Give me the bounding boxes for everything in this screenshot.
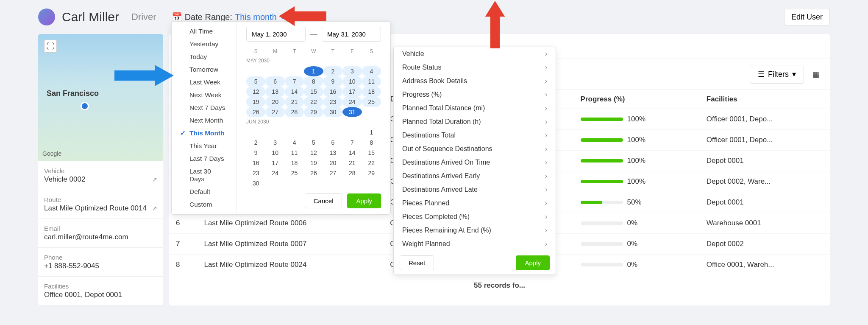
cal-day[interactable]: 12 (304, 148, 323, 158)
date-from-input[interactable] (246, 27, 306, 42)
filter-weight-planned[interactable]: Weight Planned› (394, 237, 556, 251)
cal-day[interactable]: 1 (304, 66, 323, 76)
filter-route-status[interactable]: Route Status› (394, 61, 556, 74)
filter-pieces-remaining-at-end-[interactable]: Pieces Remaining At End (%)› (394, 224, 556, 237)
preset-default[interactable]: Default (172, 185, 236, 198)
preset-last-week[interactable]: Last Week (172, 76, 236, 89)
cal-day[interactable]: 2 (323, 66, 342, 76)
cal-day[interactable]: 31 (342, 107, 362, 117)
date-range-dropdown[interactable]: 📅 Date Range: This month ▼ (172, 12, 285, 22)
cal-day[interactable]: 22 (304, 97, 323, 107)
filter-planned-total-distance-mi-[interactable]: Planned Total Distance (mi)› (394, 101, 556, 115)
external-link-icon[interactable]: ↗ (152, 176, 157, 183)
cal-day[interactable]: 6 (323, 137, 342, 148)
cal-day[interactable]: 28 (342, 168, 362, 178)
cal-day[interactable]: 16 (246, 158, 265, 168)
cal-day[interactable]: 29 (304, 107, 323, 117)
cal-day[interactable]: 6 (265, 76, 284, 87)
cal-day[interactable]: 25 (362, 97, 381, 107)
cal-day[interactable]: 14 (342, 148, 362, 158)
cal-day[interactable]: 15 (362, 148, 381, 158)
cal-day[interactable]: 22 (362, 158, 381, 168)
filter-planned-total-duration-h-[interactable]: Planned Total Duration (h)› (394, 115, 556, 129)
preset-tomorrow[interactable]: Tomorrow (172, 63, 236, 76)
cal-day[interactable]: 20 (265, 97, 284, 107)
cal-day[interactable]: 23 (246, 168, 265, 178)
cal-day[interactable]: 11 (362, 76, 381, 87)
apply-button[interactable]: Apply (347, 193, 381, 208)
cal-day[interactable]: 24 (342, 97, 362, 107)
cal-day[interactable]: 5 (246, 76, 265, 87)
cal-day[interactable]: 25 (285, 168, 304, 178)
apply-filters-button[interactable]: Apply (516, 255, 550, 270)
cal-day[interactable]: 19 (304, 158, 323, 168)
preset-this-year[interactable]: This Year (172, 140, 236, 152)
cal-day[interactable]: 7 (342, 137, 362, 148)
cal-day[interactable]: 7 (285, 76, 304, 87)
filter-destinations-total[interactable]: Destinations Total› (394, 129, 556, 142)
cal-day[interactable]: 17 (265, 158, 284, 168)
date-to-input[interactable] (322, 27, 381, 42)
edit-user-button[interactable]: Edit User (784, 9, 830, 25)
cal-day[interactable]: 15 (304, 87, 323, 97)
map[interactable]: ⛶ San Francisco Google (38, 34, 163, 161)
filter-progress-[interactable]: Progress (%)› (394, 88, 556, 101)
cal-day[interactable]: 23 (323, 97, 342, 107)
cal-day[interactable]: 12 (246, 87, 265, 97)
cal-day[interactable]: 4 (285, 137, 304, 148)
filter-pieces-completed-[interactable]: Pieces Completed (%)› (394, 210, 556, 224)
cal-day[interactable]: 8 (304, 76, 323, 87)
filter-destinations-arrived-on-time[interactable]: Destinations Arrived On Time› (394, 156, 556, 169)
cal-day[interactable]: 18 (285, 158, 304, 168)
cal-day[interactable]: 13 (265, 87, 284, 97)
external-link-icon[interactable]: ↗ (152, 205, 157, 212)
filter-destinations-arrived-late[interactable]: Destinations Arrived Late› (394, 183, 556, 196)
cal-day[interactable]: 24 (265, 168, 284, 178)
preset-next-month[interactable]: Next Month (172, 114, 236, 127)
cal-day[interactable]: 9 (246, 148, 265, 158)
expand-map-button[interactable]: ⛶ (44, 40, 57, 53)
cal-day[interactable]: 8 (362, 137, 381, 148)
cal-day[interactable]: 3 (342, 66, 362, 76)
preset-last-30-days[interactable]: Last 30 Days (172, 165, 236, 185)
cal-day[interactable]: 10 (265, 148, 284, 158)
cal-day[interactable]: 14 (285, 87, 304, 97)
cancel-button[interactable]: Cancel (305, 193, 342, 208)
cal-day[interactable]: 10 (342, 76, 362, 87)
filter-out-of-sequence-destinations[interactable]: Out of Sequence Destinations› (394, 142, 556, 156)
cal-day[interactable]: 17 (342, 87, 362, 97)
cal-day[interactable]: 11 (285, 148, 304, 158)
filter-vehicle[interactable]: Vehicle› (394, 47, 556, 61)
cal-day[interactable]: 21 (285, 97, 304, 107)
cal-day[interactable]: 30 (323, 107, 342, 117)
cal-day[interactable]: 2 (246, 137, 265, 148)
preset-today[interactable]: Today (172, 50, 236, 63)
cal-day[interactable]: 29 (362, 168, 381, 178)
cal-day[interactable]: 1 (362, 127, 381, 137)
cal-day[interactable]: 21 (342, 158, 362, 168)
cal-day[interactable]: 26 (304, 168, 323, 178)
cal-day[interactable]: 13 (323, 148, 342, 158)
cal-day[interactable]: 5 (304, 137, 323, 148)
filters-button[interactable]: ☰ Filters ▾ (750, 65, 804, 84)
preset-all-time[interactable]: All Time (172, 25, 236, 38)
cal-day[interactable]: 16 (323, 87, 342, 97)
cal-day[interactable]: 18 (362, 87, 381, 97)
preset-next-week[interactable]: Next Week (172, 89, 236, 101)
reset-button[interactable]: Reset (400, 255, 434, 270)
preset-next-7-days[interactable]: Next 7 Days (172, 101, 236, 114)
cal-day[interactable]: 20 (323, 158, 342, 168)
filter-pieces-planned[interactable]: Pieces Planned› (394, 196, 556, 210)
cal-day[interactable]: 27 (323, 168, 342, 178)
preset-custom[interactable]: Custom (172, 198, 236, 211)
cal-day[interactable]: 4 (362, 66, 381, 76)
cal-day[interactable]: 9 (323, 76, 342, 87)
preset-this-month[interactable]: This Month (172, 127, 236, 140)
cal-day[interactable]: 19 (246, 97, 265, 107)
cal-day[interactable]: 3 (265, 137, 284, 148)
filter-destinations-arrived-early[interactable]: Destinations Arrived Early› (394, 169, 556, 183)
filter-address-book-details[interactable]: Address Book Details› (394, 74, 556, 88)
column-view-icon[interactable]: ▦ (812, 70, 820, 79)
preset-last-7-days[interactable]: Last 7 Days (172, 152, 236, 165)
cal-day[interactable]: 27 (265, 107, 284, 117)
